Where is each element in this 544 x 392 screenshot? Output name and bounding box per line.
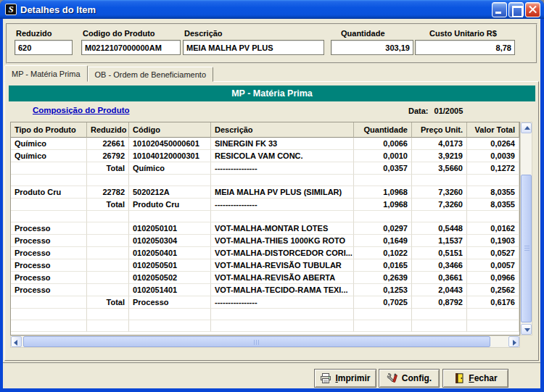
table-cell: 0,0162 [467, 222, 519, 235]
table-header-row: Tipo do ProdutoReduzidoCódigoDescriçãoQu… [11, 122, 519, 138]
composition-grid: Tipo do ProdutoReduzidoCódigoDescriçãoQu… [10, 122, 520, 335]
table-cell [87, 309, 129, 320]
table-row[interactable]: Processo0102050401VOT-MALHA-DISTORCEDOR … [11, 247, 519, 259]
vertical-scrollbar[interactable] [520, 122, 532, 335]
table-cell [354, 211, 412, 222]
scroll-up-button[interactable] [521, 122, 532, 133]
table-cell: 1,1537 [412, 235, 467, 247]
vertical-scroll-thumb[interactable] [521, 175, 532, 322]
table-cell: Processo [11, 272, 87, 284]
date-value: 01/2005 [434, 107, 463, 115]
table-row[interactable]: TotalQuímico----------------0,03573,5660… [11, 162, 519, 175]
table-cell: 0,5151 [412, 247, 467, 259]
table-row[interactable]: Produto Cru227825020212AMEIA MALHA PV PL… [11, 186, 519, 199]
table-row[interactable]: TotalProcesso----------------0,70250,879… [11, 296, 519, 309]
table-cell: Químico [11, 150, 87, 162]
table-cell: 0,0527 [467, 247, 519, 259]
table-cell [87, 175, 129, 186]
fechar-button[interactable]: Fechar [442, 369, 508, 388]
column-header-3[interactable]: Descrição [211, 122, 354, 138]
table-row[interactable]: Processo0102051401VOT-MALHA-TECIDO-RAMA … [11, 284, 519, 296]
column-header-5[interactable]: Preço Unit. [412, 122, 467, 138]
arrow-up-icon [524, 126, 530, 130]
table-cell: 0,0264 [467, 138, 519, 150]
config-button[interactable]: Config. [379, 369, 440, 388]
composicao-produto-link[interactable]: Composição do Produto [33, 106, 130, 114]
section-title-bar: MP - Matéria Prima [9, 86, 535, 101]
reduzido-label: Reduzido [16, 29, 73, 38]
custo-unitario-input[interactable] [415, 40, 515, 55]
column-header-2[interactable]: Código [129, 122, 211, 138]
table-row[interactable]: TotalProduto Cru----------------1,09687,… [11, 199, 519, 211]
thumb-grip-icon [254, 340, 260, 345]
table-cell [87, 272, 129, 284]
table-cell [11, 175, 87, 186]
fechar-label: Fechar [469, 373, 497, 383]
table-row[interactable] [11, 309, 519, 320]
descricao-input[interactable] [183, 40, 324, 55]
table-cell: Processo [11, 235, 87, 247]
table-row[interactable] [11, 320, 519, 332]
horizontal-scroll-thumb[interactable] [23, 336, 490, 347]
table-cell: Químico [11, 138, 87, 150]
sub-header-row: Composição do Produto Data:01/2005 [5, 104, 538, 119]
codigo-produto-input[interactable] [81, 40, 181, 55]
table-row[interactable]: Processo0102050501VOT-MALHA-REVISÃO TUBU… [11, 259, 519, 272]
table-cell [87, 284, 129, 296]
table-cell [354, 309, 412, 320]
table-cell: 0,0057 [467, 259, 519, 272]
tab-mp-materia-prima[interactable]: MP - Matéria Prima [4, 65, 88, 82]
column-header-4[interactable]: Quantidade [354, 122, 412, 138]
table-row[interactable]: Químico22661101020450000601SINERGIN FK 3… [11, 138, 519, 150]
table-cell [11, 320, 87, 332]
button-bar: Imprimir Config. [3, 362, 540, 388]
table-row[interactable] [11, 175, 519, 186]
arrow-left-icon [14, 340, 17, 346]
quantidade-label: Quantidade [341, 29, 413, 38]
scroll-down-button[interactable] [521, 324, 532, 335]
table-row[interactable]: Químico26792101040120000301RESICOLA VAM … [11, 150, 519, 162]
table-cell: 0,0165 [354, 259, 412, 272]
table-row[interactable]: Processo0102050304VOT-MALHA-THIES 1000KG… [11, 235, 519, 247]
horizontal-scrollbar[interactable] [10, 335, 520, 348]
imprimir-button[interactable]: Imprimir [314, 369, 376, 388]
minimize-button[interactable] [492, 2, 507, 17]
table-cell: 0102050502 [129, 272, 211, 284]
table-cell: 0102051401 [129, 284, 211, 296]
reduzido-input[interactable] [15, 40, 73, 55]
column-header-1[interactable]: Reduzido [87, 122, 129, 138]
window-controls [492, 2, 540, 17]
column-header-6[interactable]: Valor Total [467, 122, 519, 138]
table-row[interactable] [11, 211, 519, 222]
table-cell: Total [87, 199, 129, 211]
field-quantidade: Quantidade [331, 28, 413, 55]
table-cell: 0102050101 [129, 222, 211, 235]
column-header-0[interactable]: Tipo do Produto [11, 122, 87, 138]
table-cell: VOT-MALHA-DISTORCEDOR CORI... [211, 247, 354, 259]
table-cell [87, 259, 129, 272]
table-cell: VOT-MALHA-MONTAR LOTES [211, 222, 354, 235]
table-cell: 8,0355 [467, 199, 519, 211]
table-cell [87, 320, 129, 332]
codigo-produto-label: Codigo do Produto [83, 29, 181, 38]
table-cell [11, 199, 87, 211]
printer-icon [320, 372, 331, 384]
table-cell: Processo [11, 247, 87, 259]
item-summary-panel: Reduzido Codigo do Produto Descrição Qua… [6, 23, 537, 64]
table-cell: Químico [129, 162, 211, 175]
table-row[interactable]: Processo0102050101VOT-MALHA-MONTAR LOTES… [11, 222, 519, 235]
table-cell: 0,8792 [412, 296, 467, 309]
table-cell: 0,3466 [412, 259, 467, 272]
table-row[interactable]: Processo0102050502VOT-MALHA-REVISÃO ABER… [11, 272, 519, 284]
table-cell: 0,6176 [467, 296, 519, 309]
scroll-right-button[interactable] [508, 336, 519, 347]
maximize-button[interactable] [508, 2, 524, 17]
table-cell: 101040120000301 [129, 150, 211, 162]
quantidade-input[interactable] [331, 40, 413, 55]
close-button[interactable] [525, 2, 540, 17]
scroll-left-button[interactable] [11, 336, 22, 347]
table-cell: 0,3661 [412, 272, 467, 284]
table-cell: VOT-MALHA-TECIDO-RAMA TEXI... [211, 284, 354, 296]
tab-ob-ordem-beneficiamento[interactable]: OB - Ordem de Beneficiamento [88, 67, 213, 82]
table-cell: VOT-MALHA-REVISÃO TUBULAR [211, 259, 354, 272]
